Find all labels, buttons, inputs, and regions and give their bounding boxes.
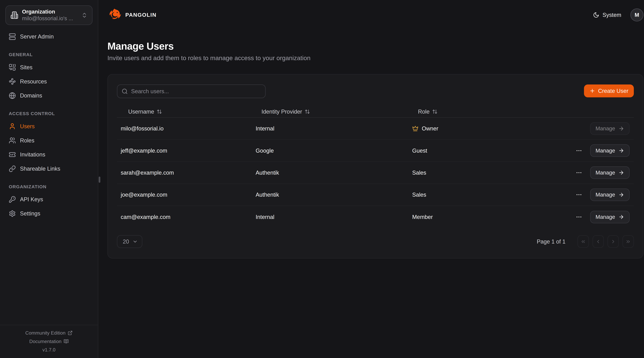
page-size-value: 20	[123, 238, 129, 245]
chevrons-right-icon	[626, 239, 631, 244]
first-page-button[interactable]	[578, 235, 589, 248]
user-icon	[9, 123, 16, 130]
cell-role: Guest	[412, 148, 567, 154]
cell-username: jeff@example.com	[117, 148, 256, 154]
plus-icon	[590, 88, 595, 94]
sidebar-item-invitations[interactable]: Invitations	[6, 148, 92, 161]
documentation-label: Documentation	[29, 339, 62, 344]
cell-username: milo@fossorial.io	[117, 125, 256, 132]
cell-role: Member	[412, 214, 567, 220]
key-icon	[9, 196, 16, 203]
column-header-username[interactable]: Username	[117, 108, 256, 115]
arrow-right-icon	[618, 126, 624, 132]
combine-icon	[9, 64, 16, 71]
create-user-label: Create User	[598, 88, 628, 94]
table-row: sarah@example.com Authentik Sales Manage	[117, 162, 634, 184]
cell-username: joe@example.com	[117, 192, 256, 198]
sidebar-item-domains[interactable]: Domains	[6, 89, 92, 102]
cell-identity-provider: Google	[256, 148, 412, 154]
globe-icon	[9, 92, 16, 99]
sort-icon	[156, 109, 162, 114]
next-page-button[interactable]	[608, 235, 619, 248]
row-menu-button[interactable]	[575, 213, 583, 221]
sidebar-nav: Server Admin GENERAL Sites Resources Dom…	[0, 25, 98, 221]
page-subtitle: Invite users and add them to roles to ma…	[108, 54, 643, 62]
table-row: jeff@example.com Google Guest Manage	[117, 140, 634, 162]
sidebar-item-api-keys[interactable]: API Keys	[6, 193, 92, 206]
community-edition-link[interactable]: Community Edition	[25, 330, 73, 336]
org-selector-value: milo@fossorial.io's ...	[22, 15, 78, 22]
manage-button[interactable]: Manage	[590, 188, 630, 201]
version-label: v1.7.0	[42, 347, 56, 352]
org-selector[interactable]: Organization milo@fossorial.io's ...	[6, 6, 92, 25]
cell-identity-provider: Internal	[256, 214, 412, 220]
waypoints-icon	[9, 78, 16, 85]
cell-role: Owner	[412, 125, 567, 132]
sidebar-item-settings[interactable]: Settings	[6, 207, 92, 220]
sort-icon	[432, 109, 438, 114]
search-box	[117, 84, 266, 98]
building-icon	[10, 11, 18, 19]
sidebar-item-server-admin[interactable]: Server Admin	[6, 30, 92, 43]
chevrons-up-down-icon	[81, 12, 88, 18]
sidebar-item-shareable-links[interactable]: Shareable Links	[6, 162, 92, 176]
create-user-button[interactable]: Create User	[584, 84, 634, 97]
column-header-identity-provider[interactable]: Identity Provider	[256, 108, 412, 115]
chevrons-left-icon	[580, 239, 586, 244]
sidebar-resize-handle[interactable]	[99, 176, 100, 183]
cell-role: Sales	[412, 192, 567, 198]
arrow-right-icon	[618, 170, 624, 176]
manage-button: Manage	[590, 122, 630, 135]
sidebar-item-roles[interactable]: Roles	[6, 134, 92, 147]
row-menu-button[interactable]	[575, 146, 583, 155]
column-header-role[interactable]: Role	[412, 108, 567, 115]
page-size-select[interactable]: 20	[117, 235, 142, 248]
brand[interactable]: PANGOLIN	[108, 8, 156, 22]
page-title: Manage Users	[108, 40, 643, 52]
sidebar-item-sites[interactable]: Sites	[6, 61, 92, 74]
documentation-link[interactable]: Documentation	[29, 339, 69, 344]
sidebar-item-users[interactable]: Users	[6, 120, 92, 133]
topbar: PANGOLIN System M	[98, 0, 644, 30]
cell-identity-provider: Authentik	[256, 192, 412, 198]
arrow-right-icon	[618, 148, 624, 154]
table-footer: 20 Page 1 of 1	[117, 235, 634, 248]
sidebar-item-label: Resources	[20, 78, 47, 85]
avatar[interactable]: M	[630, 8, 643, 22]
theme-toggle[interactable]: System	[593, 12, 621, 18]
sidebar-item-label: Invitations	[20, 151, 45, 158]
manage-button[interactable]: Manage	[590, 144, 630, 157]
nav-section-organization: ORGANIZATION	[9, 184, 92, 190]
previous-page-button[interactable]	[592, 235, 604, 248]
arrow-right-icon	[618, 192, 624, 198]
external-link-icon	[68, 330, 73, 336]
users-table: Username Identity Provider Role m	[117, 106, 634, 228]
users-toolbar: Create User	[117, 84, 634, 98]
sidebar-item-label: Shareable Links	[20, 166, 60, 172]
sidebar-item-resources[interactable]: Resources	[6, 75, 92, 88]
manage-button[interactable]: Manage	[590, 211, 630, 223]
link-icon	[9, 165, 16, 172]
row-menu-button[interactable]	[575, 168, 583, 177]
row-menu-button[interactable]	[575, 190, 583, 199]
ellipsis-icon	[576, 147, 582, 154]
table-header-row: Username Identity Provider Role	[117, 106, 634, 118]
sidebar-item-label: API Keys	[20, 196, 43, 202]
ellipsis-icon	[576, 191, 582, 198]
brand-name: PANGOLIN	[125, 12, 156, 18]
page-header: Manage Users Invite users and add them t…	[98, 40, 644, 62]
sort-icon	[304, 109, 310, 114]
last-page-button[interactable]	[622, 235, 634, 248]
table-row: cam@example.com Internal Member Manage	[117, 206, 634, 228]
ticket-check-icon	[9, 151, 16, 158]
table-row: joe@example.com Authentik Sales Manage	[117, 184, 634, 206]
search-icon	[122, 88, 128, 94]
moon-icon	[593, 12, 599, 18]
app-window: Organization milo@fossorial.io's ... Ser…	[0, 0, 644, 358]
users-icon	[9, 137, 16, 144]
manage-button[interactable]: Manage	[590, 166, 630, 179]
sidebar-footer: Community Edition Documentation v1.7.0	[0, 325, 98, 358]
crown-icon	[412, 126, 418, 132]
search-input[interactable]	[117, 84, 266, 98]
cell-username: sarah@example.com	[117, 170, 256, 176]
